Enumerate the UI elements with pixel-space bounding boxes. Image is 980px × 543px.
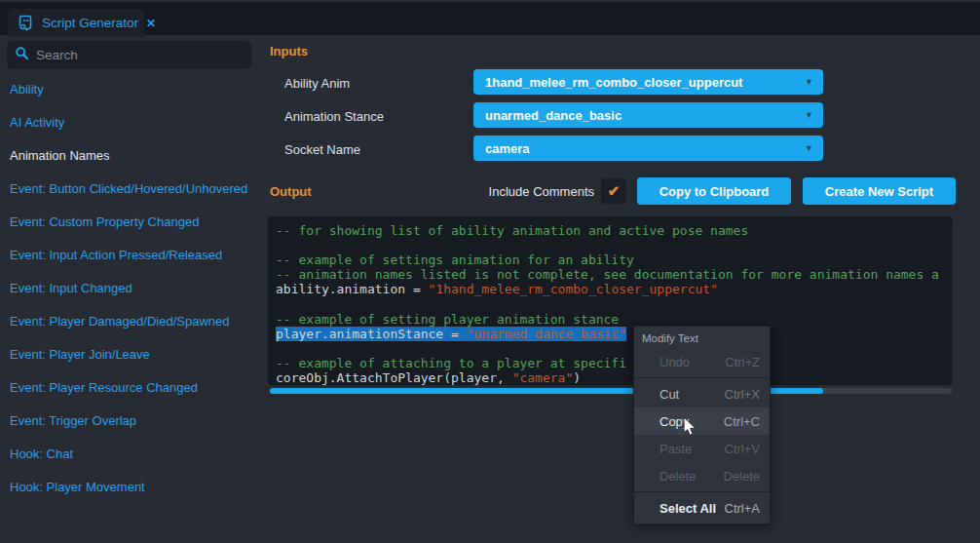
context-menu: Modify Text UndoCtrl+Z CutCtrl+X CopyCtr… (633, 326, 771, 524)
code-line: coreObj.AttachToPlayer(player, "camera") (276, 370, 953, 385)
menu-item-copy[interactable]: CopyCtrl+C (634, 407, 770, 435)
sidebar-item-event-player-damaged[interactable]: Event: Player Damaged/Died/Spawned (0, 305, 258, 338)
chevron-down-icon: ▼ (805, 110, 813, 120)
sidebar: Ability AI Activity Animation Names Even… (0, 73, 258, 504)
ability-anim-value: 1hand_melee_rm_combo_closer_uppercut (485, 75, 805, 90)
copy-to-clipboard-button[interactable]: Copy to Clipboard (637, 177, 791, 205)
sidebar-item-ability[interactable]: Ability (0, 73, 258, 106)
menu-divider (634, 491, 770, 492)
code-output-area[interactable]: -- for showing list of ability animation… (268, 216, 953, 385)
sidebar-item-animation-names[interactable]: Animation Names (0, 139, 258, 173)
output-section-title: Output (270, 184, 312, 199)
socket-name-value: camera (485, 141, 805, 156)
code-line: ability.animation = "1hand_melee_rm_comb… (276, 282, 953, 296)
sidebar-item-event-custom-property-changed[interactable]: Event: Custom Property Changed (0, 206, 258, 239)
tab-bar: Script Generator ✕ (0, 0, 980, 35)
code-line (276, 296, 953, 311)
search-icon (15, 46, 29, 64)
code-line-selected: player.animationStance = "unarmed_dance_… (276, 327, 953, 341)
search-input[interactable] (36, 48, 244, 62)
menu-item-cut[interactable]: CutCtrl+X (634, 380, 770, 407)
ability-anim-dropdown[interactable]: 1hand_melee_rm_combo_closer_uppercut ▼ (473, 69, 823, 95)
sidebar-item-hook-player-movement[interactable]: Hook: Player Movement (0, 471, 258, 504)
inputs-section-title: Inputs (270, 44, 308, 58)
code-line (276, 238, 953, 252)
menu-item-undo[interactable]: UndoCtrl+Z (634, 348, 770, 375)
ability-anim-label: Ability Anim (284, 76, 350, 91)
horizontal-scrollbar[interactable] (270, 388, 952, 394)
checkmark-icon: ✔ (608, 182, 621, 200)
tab-close-icon[interactable]: ✕ (146, 17, 156, 30)
include-comments-label: Include Comments (462, 184, 594, 199)
menu-divider (634, 377, 770, 378)
context-menu-header: Modify Text (634, 327, 770, 348)
create-new-script-button[interactable]: Create New Script (803, 177, 956, 205)
sidebar-item-event-button-clicked[interactable]: Event: Button Clicked/Hovered/Unhovered (0, 173, 258, 206)
chevron-down-icon: ▼ (805, 143, 813, 153)
code-line: -- example of settings animation for an … (276, 252, 953, 267)
animation-stance-label: Animation Stance (284, 109, 384, 124)
include-comments-checkbox[interactable]: ✔ (601, 178, 626, 204)
code-line: -- example of attaching to a player at s… (276, 356, 953, 370)
code-line: -- animation names listed is not complet… (276, 267, 953, 282)
code-line: -- for showing list of ability animation… (276, 223, 953, 238)
sidebar-item-event-player-resource-changed[interactable]: Event: Player Resource Changed (0, 371, 258, 405)
animation-stance-dropdown[interactable]: unarmed_dance_basic ▼ (473, 102, 823, 128)
chevron-down-icon: ▼ (805, 77, 813, 87)
sidebar-item-hook-chat[interactable]: Hook: Chat (0, 438, 258, 471)
sidebar-item-event-input-action[interactable]: Event: Input Action Pressed/Released (0, 239, 258, 272)
code-line: -- example of setting player animation s… (276, 312, 953, 327)
code-line (276, 341, 953, 356)
menu-item-delete[interactable]: DeleteDelete (634, 462, 770, 489)
socket-name-dropdown[interactable]: camera ▼ (473, 136, 823, 161)
sidebar-item-event-player-join-leave[interactable]: Event: Player Join/Leave (0, 338, 258, 371)
socket-name-label: Socket Name (284, 142, 360, 157)
sidebar-item-ai-activity[interactable]: AI Activity (0, 106, 258, 139)
script-generator-icon (18, 15, 34, 31)
search-box[interactable] (7, 41, 251, 69)
menu-item-paste[interactable]: PasteCtrl+V (634, 435, 770, 462)
tab-title: Script Generator (42, 16, 138, 30)
sidebar-item-event-trigger-overlap[interactable]: Event: Trigger Overlap (0, 405, 258, 438)
animation-stance-value: unarmed_dance_basic (485, 108, 805, 123)
sidebar-item-event-input-changed[interactable]: Event: Input Changed (0, 272, 258, 305)
menu-item-select-all[interactable]: Select AllCtrl+A (634, 494, 770, 522)
tab-script-generator[interactable]: Script Generator ✕ (8, 9, 144, 37)
